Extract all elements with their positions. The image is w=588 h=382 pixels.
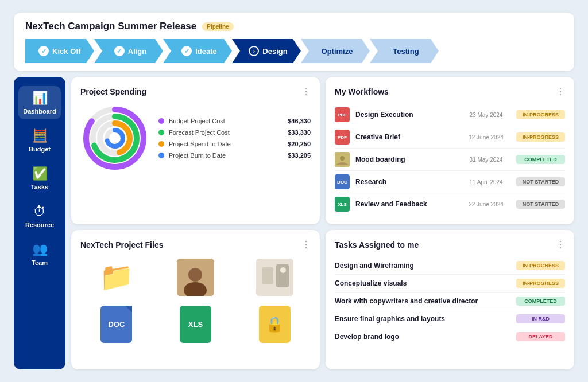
pipeline-title: NexTech Campaign Summer Release <box>25 21 196 32</box>
workflow-icon-0: PDF <box>335 107 350 122</box>
legend-item-0: Budget Project Cost $46,330 <box>158 118 311 124</box>
folder-yellow-icon: 📁 <box>99 261 134 293</box>
donut-chart <box>80 104 149 173</box>
sidebar-item-tasks[interactable]: ✅ Tasks <box>18 162 61 195</box>
step-label-design: Design <box>262 47 287 56</box>
panels-row-top: Project Spending ⋮ <box>71 77 574 224</box>
pipeline-steps: ✓ Kick Off ✓ Align ✓ Ideate › Desi <box>25 39 563 63</box>
workflow-name-2: Mood boarding <box>355 155 456 163</box>
step-testing[interactable]: Testing <box>370 39 439 63</box>
app-container: NexTech Campaign Summer Release Pipeline… <box>7 6 581 376</box>
main-content: 📊 Dashboard 🧮 Budget ✅ Tasks ⏱ Resource … <box>14 77 574 369</box>
workflows-title: My Workflows <box>335 87 389 96</box>
step-ideate[interactable]: ✓ Ideate <box>163 39 232 63</box>
spending-legend: Budget Project Cost $46,330 Forecast Pro… <box>158 118 311 159</box>
tasks-panel: Tasks Assigned to me ⋮ Design and Wirefr… <box>326 230 574 369</box>
spending-panel-header: Project Spending ⋮ <box>80 86 311 97</box>
file-xls[interactable]: XLS <box>160 304 232 344</box>
workflow-icon-2 <box>335 152 350 167</box>
legend-label-1: Forecast Project Cost <box>169 129 283 136</box>
lock-icon: 🔒 <box>259 306 291 343</box>
workflow-icon-4: XLS <box>335 197 350 212</box>
doc-icon: DOC <box>100 306 132 343</box>
workflow-icon-3: DOC <box>335 174 350 189</box>
spending-title: Project Spending <box>80 87 146 96</box>
workflow-item-2[interactable]: Mood boarding31 May 2024COMPLETED <box>335 149 565 171</box>
step-kickoff[interactable]: ✓ Kick Off <box>25 39 94 63</box>
svg-point-11 <box>188 268 202 282</box>
sidebar: 📊 Dashboard 🧮 Budget ✅ Tasks ⏱ Resource … <box>14 77 65 369</box>
file-folder-1[interactable]: 📁 <box>80 257 153 297</box>
legend-label-2: Project Spend to Date <box>169 141 283 147</box>
sidebar-label-team: Team <box>32 259 48 266</box>
step-label-testing: Testing <box>393 47 419 56</box>
file-photo-2[interactable] <box>238 257 311 297</box>
legend-value-1: $33,330 <box>288 129 311 136</box>
tasks-icon: ✅ <box>32 166 48 181</box>
task-item-4[interactable]: Develop brand logoDELAYED <box>335 328 565 345</box>
workflow-badge-0: IN-PROGRESS <box>516 110 565 119</box>
sidebar-item-team[interactable]: 👥 Team <box>18 237 61 271</box>
sidebar-item-dashboard[interactable]: 📊 Dashboard <box>18 86 61 119</box>
legend-item-1: Forecast Project Cost $33,330 <box>158 129 311 136</box>
pipeline-card: NexTech Campaign Summer Release Pipeline… <box>14 13 574 71</box>
step-label-align: Align <box>128 47 147 56</box>
sidebar-label-budget: Budget <box>29 146 51 153</box>
task-item-3[interactable]: Ensure final graphics and layoutsIN R&D <box>335 310 565 328</box>
xls-icon: XLS <box>180 306 211 343</box>
workflow-item-0[interactable]: PDFDesign Execution23 May 2024IN-PROGRES… <box>335 104 565 126</box>
step-align[interactable]: ✓ Align <box>94 39 163 63</box>
workflow-item-4[interactable]: XLSReview and Feedback22 June 2024NOT ST… <box>335 193 565 215</box>
step-check-kickoff: ✓ <box>38 46 49 56</box>
budget-icon: 🧮 <box>32 128 48 143</box>
legend-value-3: $33,205 <box>288 152 311 159</box>
panels-row-bottom: NexTech Project Files ⋮ 📁 <box>71 230 574 369</box>
workflow-date-2: 31 May 2024 <box>462 157 510 163</box>
photo-cream <box>256 259 293 296</box>
workflow-item-3[interactable]: DOCResearch11 April 2024NOT STARTED <box>335 171 565 193</box>
task-name-0: Design and Wireframing <box>335 262 414 270</box>
task-badge-4: DELAYED <box>516 332 565 341</box>
workflow-name-4: Review and Feedback <box>355 200 456 208</box>
task-badge-1: IN-PROGRESS <box>516 279 565 288</box>
sidebar-item-resource[interactable]: ⏱ Resource <box>18 200 61 233</box>
legend-dot-2 <box>158 141 164 147</box>
workflow-badge-2: COMPLETED <box>516 155 565 164</box>
task-item-0[interactable]: Design and WireframingIN-PROGRESS <box>335 257 565 275</box>
svg-rect-14 <box>262 267 273 284</box>
pipeline-badge: Pipeline <box>202 22 233 31</box>
legend-dot-0 <box>158 118 164 124</box>
task-item-2[interactable]: Work with copywriters and creative direc… <box>335 293 565 310</box>
panels: Project Spending ⋮ <box>71 77 574 369</box>
task-item-1[interactable]: Conceptualize visualsIN-PROGRESS <box>335 275 565 293</box>
sidebar-item-budget[interactable]: 🧮 Budget <box>18 124 61 157</box>
workflow-date-0: 23 May 2024 <box>462 112 510 118</box>
legend-label-0: Budget Project Cost <box>169 118 283 124</box>
workflows-panel: My Workflows ⋮ PDFDesign Execution23 May… <box>326 77 574 224</box>
dashboard-icon: 📊 <box>32 91 48 106</box>
legend-label-3: Project Burn to Date <box>169 152 283 159</box>
legend-item-2: Project Spend to Date $20,250 <box>158 141 311 147</box>
workflow-item-1[interactable]: PDFCreative Brief12 June 2024IN-PROGRESS <box>335 126 565 149</box>
files-title: NexTech Project Files <box>80 240 163 250</box>
spending-panel: Project Spending ⋮ <box>71 77 320 224</box>
files-menu-icon[interactable]: ⋮ <box>301 239 311 250</box>
legend-value-0: $46,330 <box>288 118 311 124</box>
legend-value-2: $20,250 <box>288 141 311 147</box>
files-grid: 📁 <box>80 257 311 344</box>
workflow-icon-1: PDF <box>335 130 350 145</box>
workflows-menu-icon[interactable]: ⋮ <box>556 86 565 97</box>
files-panel-header: NexTech Project Files ⋮ <box>80 239 311 250</box>
sidebar-label-tasks: Tasks <box>31 184 48 190</box>
file-photo-1[interactable] <box>160 257 232 297</box>
workflow-date-3: 11 April 2024 <box>462 179 510 185</box>
sidebar-label-dashboard: Dashboard <box>23 108 56 115</box>
tasks-menu-icon[interactable]: ⋮ <box>556 239 565 250</box>
file-doc[interactable]: DOC <box>80 304 153 344</box>
workflow-name-3: Research <box>355 178 456 186</box>
file-lock[interactable]: 🔒 <box>238 304 311 344</box>
step-design[interactable]: › Design <box>232 39 301 63</box>
spending-menu-icon[interactable]: ⋮ <box>301 86 311 97</box>
step-check-align: ✓ <box>114 46 125 56</box>
step-optimize[interactable]: Optimize <box>301 39 370 63</box>
